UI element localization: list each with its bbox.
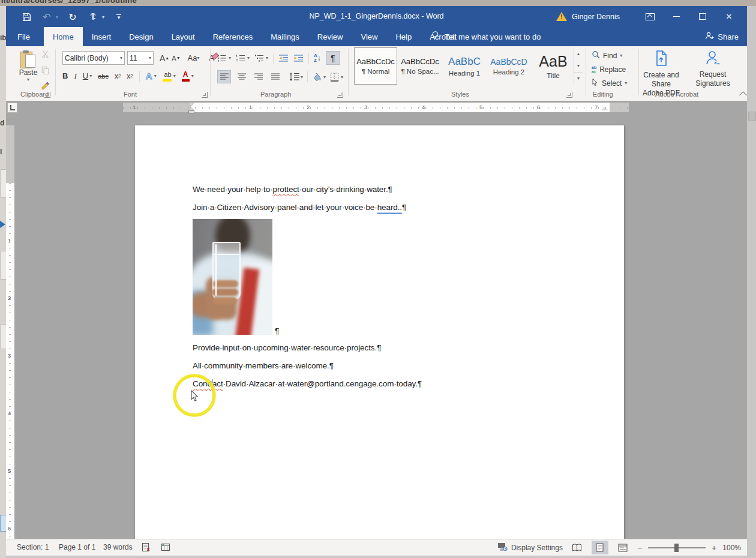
- justify-button[interactable]: [269, 71, 281, 83]
- bold-button[interactable]: B: [62, 71, 68, 80]
- account-user-name[interactable]: Ginger Dennis: [572, 13, 620, 21]
- superscript-button[interactable]: x2: [127, 72, 133, 80]
- tab-help[interactable]: Help: [386, 27, 421, 46]
- vertical-ruler[interactable]: 123456: [6, 125, 14, 539]
- right-indent-marker[interactable]: [602, 107, 608, 110]
- document-paragraph[interactable]: ¶: [275, 326, 279, 336]
- font-color-button[interactable]: A: [182, 70, 190, 82]
- left-indent-marker[interactable]: [188, 110, 194, 113]
- tab-view[interactable]: View: [352, 27, 386, 46]
- tab-file[interactable]: File: [6, 27, 41, 46]
- tab-design[interactable]: Design: [120, 27, 162, 46]
- highlight-button[interactable]: ab: [163, 71, 172, 82]
- maximize-icon[interactable]: [689, 6, 716, 27]
- zoom-out-button[interactable]: −: [637, 543, 642, 553]
- italic-button[interactable]: I: [74, 71, 76, 81]
- subscript-button[interactable]: x2: [115, 72, 121, 80]
- numbering-button[interactable]: [236, 54, 245, 62]
- numbering-dropdown-icon[interactable]: ▾: [247, 55, 250, 61]
- select-button[interactable]: Select▾: [592, 77, 627, 89]
- align-center-button[interactable]: [235, 71, 248, 83]
- paste-dropdown-icon[interactable]: ▾: [27, 77, 29, 82]
- font-color-dropdown-icon[interactable]: ▾: [191, 73, 194, 79]
- bullets-button[interactable]: [217, 54, 227, 62]
- paragraph-dialog-launcher[interactable]: [337, 92, 343, 98]
- strikethrough-button[interactable]: abc: [98, 73, 109, 80]
- highlight-dropdown-icon[interactable]: ▾: [173, 73, 176, 79]
- document-image-glass-of-water[interactable]: [193, 219, 272, 335]
- paste-button[interactable]: Paste ▾: [14, 49, 42, 89]
- underline-dropdown-icon[interactable]: ▾: [89, 73, 92, 79]
- styles-more-icon[interactable]: ▼: [574, 72, 583, 85]
- show-hide-formatting-button[interactable]: ¶: [326, 51, 340, 65]
- clipboard-dialog-launcher[interactable]: [44, 92, 50, 98]
- decrease-indent-button[interactable]: [278, 54, 289, 62]
- tab-selector[interactable]: [7, 103, 17, 113]
- replace-button[interactable]: abac Replace: [592, 63, 627, 76]
- style-title[interactable]: AaBTitle: [532, 47, 575, 85]
- copy-icon[interactable]: [41, 65, 50, 77]
- warning-icon[interactable]: !: [556, 12, 567, 21]
- first-line-indent-marker[interactable]: [188, 103, 194, 106]
- bullets-dropdown-icon[interactable]: ▾: [229, 55, 231, 61]
- document-page[interactable]: We·need·your·help·to·prottect·our·city’s…: [135, 125, 624, 539]
- zoom-slider-thumb[interactable]: [674, 544, 679, 552]
- grow-font-button[interactable]: A▲: [160, 53, 169, 63]
- horizontal-ruler[interactable]: 11234567: [123, 103, 629, 112]
- tab-layout[interactable]: Layout: [163, 27, 204, 46]
- minimize-icon[interactable]: [663, 6, 689, 27]
- status-section[interactable]: Section: 1: [17, 543, 49, 551]
- zoom-level[interactable]: 100%: [722, 544, 741, 552]
- text-effects-dropdown-icon[interactable]: ▾: [154, 73, 157, 79]
- document-paragraph[interactable]: All·community·members·are·welcome.¶: [193, 361, 334, 371]
- change-case-button[interactable]: Aa▾: [188, 53, 200, 62]
- font-name-select[interactable]: Calibri (Body)▾: [62, 51, 125, 65]
- ribbon-display-options-icon[interactable]: [637, 6, 663, 27]
- underline-button[interactable]: U: [83, 71, 88, 80]
- shading-dropdown-icon[interactable]: ▾: [323, 74, 326, 80]
- align-right-button[interactable]: [252, 71, 265, 83]
- find-button[interactable]: Find▾: [592, 49, 627, 62]
- text-effects-button[interactable]: A: [146, 71, 152, 81]
- sort-button[interactable]: AZ↓: [314, 53, 321, 63]
- font-size-select[interactable]: 11▾: [127, 51, 154, 65]
- status-page[interactable]: Page 1 of 1: [59, 543, 95, 551]
- document-paragraph[interactable]: Condact·David·Alzacar·at·water@portland.…: [193, 379, 422, 389]
- cut-icon[interactable]: [41, 50, 50, 61]
- display-settings-button[interactable]: Display Settings: [497, 542, 563, 553]
- style-heading-2[interactable]: AaBbCcDHeading 2: [487, 47, 530, 85]
- style-no-spac[interactable]: AaBbCcDc¶ No Spac...: [398, 47, 442, 85]
- document-paragraph[interactable]: Provide·input·on·upcoming·water·resource…: [193, 343, 381, 353]
- tab-mailings[interactable]: Mailings: [262, 27, 308, 46]
- shrink-font-button[interactable]: A▼: [172, 55, 180, 62]
- styles-dialog-launcher[interactable]: [566, 92, 572, 98]
- collapse-ribbon-icon[interactable]: [739, 91, 747, 99]
- styles-scroll-down-icon[interactable]: ▼: [574, 59, 583, 71]
- increase-indent-button[interactable]: [293, 54, 304, 62]
- document-paragraph[interactable]: Join·a·Citizen·Advisory·panel·and·let·yo…: [193, 202, 406, 212]
- web-layout-icon[interactable]: [614, 541, 631, 554]
- style-normal[interactable]: AaBbCcDc¶ Normal: [354, 47, 397, 85]
- tab-home[interactable]: Home: [44, 27, 83, 46]
- status-word-count[interactable]: 39 words: [103, 543, 133, 551]
- shading-button[interactable]: [312, 73, 322, 82]
- proofing-status-icon[interactable]: [142, 542, 151, 554]
- style-heading-1[interactable]: AaBbCHeading 1: [443, 47, 486, 85]
- document-paragraph[interactable]: We·need·your·help·to·prottect·our·city’s…: [193, 184, 392, 194]
- read-mode-icon[interactable]: [569, 541, 586, 554]
- tab-references[interactable]: References: [204, 27, 262, 46]
- print-layout-icon[interactable]: [592, 541, 608, 554]
- align-left-button[interactable]: [217, 70, 231, 83]
- borders-dropdown-icon[interactable]: ▾: [341, 74, 343, 80]
- borders-button[interactable]: [330, 73, 340, 82]
- macro-icon[interactable]: [161, 542, 170, 554]
- line-spacing-button[interactable]: [289, 73, 299, 81]
- zoom-in-button[interactable]: +: [712, 543, 716, 553]
- multilevel-list-button[interactable]: [254, 54, 264, 62]
- tell-me-box[interactable]: Tell me what you want to do: [431, 27, 541, 46]
- multilevel-dropdown-icon[interactable]: ▾: [266, 55, 268, 61]
- zoom-slider[interactable]: [648, 547, 706, 548]
- tab-insert[interactable]: Insert: [83, 27, 121, 46]
- tab-review[interactable]: Review: [308, 27, 352, 46]
- font-dialog-launcher[interactable]: [202, 92, 208, 98]
